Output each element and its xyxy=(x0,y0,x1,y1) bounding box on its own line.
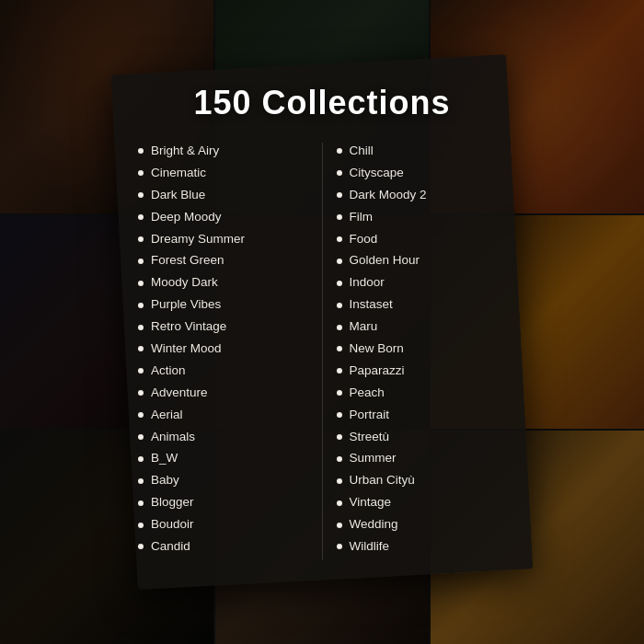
item-label: Baby xyxy=(151,472,179,489)
item-label: Deep Moody xyxy=(151,209,222,226)
item-label: Candid xyxy=(151,538,190,556)
item-label: Aerial xyxy=(151,407,183,424)
bullet-icon xyxy=(337,192,342,198)
list-item: Deep Moody xyxy=(138,209,308,226)
bullet-icon xyxy=(337,148,342,154)
item-label: Vintage xyxy=(350,494,392,512)
item-label: Indoor xyxy=(350,274,385,292)
left-column: Bright & AiryCinematicDark BlueDeep Mood… xyxy=(129,143,317,560)
list-item: Urban Cityù xyxy=(337,472,507,489)
bullet-icon xyxy=(138,236,144,242)
list-item: Instaset xyxy=(337,296,507,314)
item-label: Retro Vintage xyxy=(151,318,226,336)
item-label: Cinematic xyxy=(151,165,206,182)
bullet-icon xyxy=(138,281,144,286)
item-label: Dark Moody 2 xyxy=(350,187,427,204)
bullet-icon xyxy=(337,523,342,528)
list-item: Summer xyxy=(337,451,507,468)
bullet-icon xyxy=(337,325,342,330)
bullet-icon xyxy=(337,500,342,506)
item-label: B_W xyxy=(151,451,178,468)
item-label: Wedding xyxy=(350,516,398,534)
list-item: Dark Moody 2 xyxy=(337,187,507,204)
list-item: Cityscape xyxy=(337,165,507,182)
bullet-icon xyxy=(138,523,144,528)
bullet-icon xyxy=(138,434,144,440)
item-label: Blogger xyxy=(151,494,194,512)
list-item: Portrait xyxy=(337,407,507,424)
bullet-icon xyxy=(138,346,144,351)
item-label: Film xyxy=(350,209,374,226)
page-title: 150 Collections xyxy=(129,84,515,122)
list-item: Chill xyxy=(337,143,507,160)
item-label: Food xyxy=(350,231,378,248)
bullet-icon xyxy=(337,170,342,176)
list-item: Retro Vintage xyxy=(138,318,308,336)
item-label: Wildlife xyxy=(350,538,390,556)
bullet-icon xyxy=(337,456,342,462)
list-item: Moody Dark xyxy=(138,274,308,292)
bullet-icon xyxy=(138,368,144,374)
item-label: Boudoir xyxy=(151,516,194,534)
bullet-icon xyxy=(337,281,342,286)
item-label: Urban Cityù xyxy=(350,472,415,489)
item-label: Animals xyxy=(151,429,195,446)
list-item: Aerial xyxy=(138,407,308,424)
collections-list: Bright & AiryCinematicDark BlueDeep Mood… xyxy=(129,143,515,560)
list-item: Candid xyxy=(138,538,308,556)
list-item: Winter Mood xyxy=(138,340,308,358)
list-item: Film xyxy=(337,209,507,226)
list-item: Forest Green xyxy=(138,252,308,270)
item-label: Purple Vibes xyxy=(151,296,221,314)
item-label: Action xyxy=(151,362,186,380)
bullet-icon xyxy=(138,456,144,462)
item-label: Winter Mood xyxy=(151,340,222,358)
list-item: Food xyxy=(337,231,507,248)
item-label: Instaset xyxy=(350,296,393,314)
item-label: Streetù xyxy=(350,429,390,446)
list-item: Indoor xyxy=(337,274,507,292)
list-item: Peach xyxy=(337,385,507,402)
bullet-icon xyxy=(337,303,342,308)
bullet-icon xyxy=(337,236,342,242)
bullet-icon xyxy=(337,545,342,550)
item-label: Golden Hour xyxy=(350,252,420,270)
list-item: Dark Blue xyxy=(138,187,308,204)
item-label: Cityscape xyxy=(350,165,404,182)
list-item: Streetù xyxy=(337,429,507,446)
main-container: 150 Collections Bright & AiryCinematicDa… xyxy=(0,0,644,644)
item-label: Portrait xyxy=(350,407,390,424)
bullet-icon xyxy=(337,434,342,440)
list-item: Wedding xyxy=(337,516,507,534)
item-label: Moody Dark xyxy=(151,274,218,292)
item-label: Forest Green xyxy=(151,252,224,270)
list-item: New Born xyxy=(337,340,507,358)
item-label: Chill xyxy=(350,143,374,160)
list-item: Vintage xyxy=(337,494,507,512)
list-item: Paparazzi xyxy=(337,362,507,380)
item-label: Dark Blue xyxy=(151,187,205,204)
bullet-icon xyxy=(337,368,342,374)
list-item: Adventure xyxy=(138,385,308,402)
bullet-icon xyxy=(138,259,144,264)
item-label: Summer xyxy=(350,451,397,468)
list-item: Bright & Airy xyxy=(138,143,308,160)
item-label: Maru xyxy=(350,318,378,336)
bullet-icon xyxy=(138,303,144,308)
right-column: ChillCityscapeDark Moody 2FilmFoodGolden… xyxy=(328,143,516,560)
list-item: Boudoir xyxy=(138,516,308,534)
bullet-icon xyxy=(138,214,144,220)
list-item: Wildlife xyxy=(337,538,507,556)
item-label: New Born xyxy=(350,340,404,358)
list-item: Baby xyxy=(138,472,308,489)
bullet-icon xyxy=(138,192,144,198)
bullet-icon xyxy=(138,325,144,330)
bullet-icon xyxy=(138,545,144,550)
list-item: Animals xyxy=(138,429,308,446)
list-item: Cinematic xyxy=(138,165,308,182)
item-label: Adventure xyxy=(151,385,208,402)
item-label: Peach xyxy=(350,385,385,402)
list-item: B_W xyxy=(138,451,308,468)
list-item: Action xyxy=(138,362,308,380)
bullet-icon xyxy=(138,390,144,396)
